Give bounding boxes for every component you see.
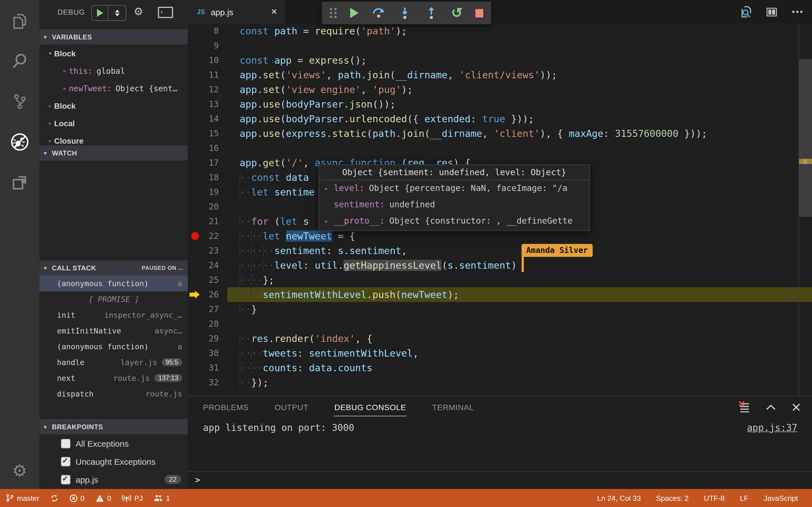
hover-property-row[interactable]: ▹level:Object {percentage: NaN, faceImag… [319, 180, 589, 196]
search-editor-icon[interactable] [739, 5, 753, 18]
settings-gear-icon[interactable]: ⚙ [0, 454, 40, 488]
close-tab-icon[interactable]: × [271, 6, 277, 17]
code-line-27[interactable]: 27··} [188, 302, 812, 317]
status-item-utf-8[interactable]: UTF-8 [704, 494, 725, 502]
variable-row[interactable]: ▹Closure [40, 132, 188, 145]
breakpoint-row[interactable]: Uncaught Exceptions [40, 452, 188, 470]
panel-tab-output[interactable]: OUTPUT [274, 398, 309, 416]
split-editor-icon[interactable] [765, 6, 778, 18]
panel-tab-problems[interactable]: PROBLEMS [202, 398, 249, 416]
code-line-12[interactable]: 12app.set('view engine', 'pug'); [188, 82, 812, 97]
status-item-spaces-2[interactable]: Spaces: 2 [656, 494, 689, 502]
chevron-collapsed-icon[interactable]: ▹ [325, 213, 334, 229]
variable-row[interactable]: ▹Local [40, 114, 188, 132]
play-icon[interactable] [97, 9, 103, 17]
code-line-24[interactable]: 24······level: util.getHappinessLevel(s.… [188, 258, 812, 273]
gripper-icon[interactable] [330, 8, 337, 18]
clear-console-icon[interactable] [738, 400, 751, 413]
code-line-32[interactable]: 32··}); [188, 375, 812, 390]
open-debug-console-icon[interactable]: › [158, 7, 173, 18]
tab-app-js[interactable]: JS app.js × [188, 0, 285, 24]
code-line-31[interactable]: 31····counts: data.counts [188, 360, 812, 375]
hover-property-row[interactable]: sentiment:undefined [319, 196, 589, 213]
status-item-0[interactable]: 0 [95, 494, 111, 502]
code-line-10[interactable]: 10const app = express(); [188, 53, 812, 68]
breakpoint-row[interactable]: All Exceptions [40, 434, 188, 452]
chevron-collapsed-icon[interactable]: ▹ [325, 180, 334, 196]
breakpoint-checkbox[interactable] [61, 474, 70, 484]
call-stack-frame[interactable]: emitInitNativeasync… [40, 323, 188, 339]
call-stack-frame[interactable]: (anonymous function)a [40, 339, 188, 354]
code-line-8[interactable]: 8const path = require('path'); [188, 24, 812, 38]
source-control-icon[interactable] [0, 84, 40, 118]
code-line-9[interactable]: 9 [188, 38, 812, 53]
breakpoint-checkbox[interactable] [61, 439, 70, 448]
variable-row[interactable]: ▾Block [40, 45, 188, 62]
step-into-icon[interactable] [398, 6, 412, 20]
variable-row[interactable]: ▹Block [40, 97, 188, 114]
call-stack-frame[interactable]: dispatchroute.js [40, 386, 188, 402]
configure-gear-icon[interactable]: ⚙ [134, 5, 143, 18]
more-actions-icon[interactable] [791, 5, 804, 18]
code-line-30[interactable]: 30····tweets: sentimentWithLevel, [188, 346, 812, 360]
code-line-29[interactable]: 29··res.render('index', { [188, 331, 812, 346]
chevron-collapsed-icon[interactable]: ▹ [61, 85, 69, 91]
section-breakpoints[interactable]: ▾ BREAKPOINTS [40, 419, 188, 434]
launch-config-dropdown[interactable] [108, 10, 126, 16]
status-item-sync-icon[interactable] [50, 494, 58, 502]
status-item-0[interactable]: 0 [69, 494, 84, 502]
restart-icon[interactable]: ↺ [451, 7, 462, 19]
section-watch[interactable]: ▾ WATCH [40, 145, 188, 161]
chevron-collapsed-icon[interactable]: ▹ [46, 120, 54, 126]
debug-start-button[interactable] [91, 5, 126, 21]
chevron-expanded-icon[interactable]: ▾ [46, 50, 54, 56]
variable-row[interactable]: ▹this:global [40, 62, 188, 79]
breakpoint-checkbox[interactable] [61, 457, 70, 466]
stop-icon[interactable] [475, 9, 483, 17]
code-line-23[interactable]: 23······sentiment: s.sentiment, [188, 243, 812, 258]
breakpoint-row[interactable]: app.js22 [40, 470, 188, 489]
code-line-26[interactable]: 26····sentimentWithLevel.push(newTweet); [188, 287, 812, 302]
code-token: sentimentWithLevel [309, 348, 413, 359]
code-line-11[interactable]: 11app.set('views', path.join(__dirname, … [188, 68, 812, 82]
status-item-master[interactable]: master [6, 494, 39, 503]
code-line-14[interactable]: 14app.use(bodyParser.urlencoded({ extend… [188, 112, 812, 126]
chevron-collapsed-icon[interactable]: ▹ [46, 103, 54, 109]
hover-property-row[interactable]: ▹__proto__:Object {constructor: , __defi… [319, 213, 589, 229]
call-stack-frame[interactable]: nextroute.js137:13 [40, 370, 188, 386]
chevron-collapsed-icon[interactable]: ▹ [61, 68, 69, 74]
call-stack-frame[interactable]: (anonymous function)a [40, 276, 188, 291]
section-variables[interactable]: ▾ VARIABLES [40, 29, 188, 45]
debug-console-input[interactable]: > [188, 471, 812, 489]
status-item-lf[interactable]: LF [740, 494, 748, 502]
scrollbar-slider[interactable] [799, 59, 812, 217]
status-item-1[interactable]: 1 [154, 494, 170, 503]
panel-tab-terminal[interactable]: TERMINAL [432, 398, 474, 416]
call-stack-frame[interactable]: [ PROMISE ] [40, 291, 188, 307]
step-out-icon[interactable] [425, 6, 439, 20]
code-line-15[interactable]: 15app.use(express.static(path.join(__dir… [188, 126, 812, 141]
variable-row[interactable]: ▹newTweet:Object {sent… [40, 79, 188, 97]
section-call-stack[interactable]: ▾ CALL STACK PAUSED ON ... [40, 260, 188, 276]
debug-icon[interactable] [0, 125, 40, 159]
call-stack-frame[interactable]: initinspector_async_… [40, 307, 188, 323]
maximize-panel-icon[interactable] [765, 401, 777, 413]
files-explorer-icon[interactable] [0, 4, 40, 38]
code-line-25[interactable]: 25····}; [188, 273, 812, 287]
code-line-16[interactable]: 16 [188, 141, 812, 156]
code-line-13[interactable]: 13app.use(bodyParser.json()); [188, 97, 812, 112]
panel-tab-debug-console[interactable]: DEBUG CONSOLE [334, 397, 407, 416]
code-editor[interactable]: 8const path = require('path');910const a… [188, 24, 812, 395]
source-location-link[interactable]: app.js:37 [747, 422, 797, 433]
extensions-icon[interactable] [0, 166, 40, 200]
continue-icon[interactable] [350, 8, 359, 18]
status-item-javascript[interactable]: JavaScript [764, 494, 798, 502]
search-icon[interactable] [0, 44, 40, 78]
call-stack-frame[interactable]: handlelayer.js95:5 [40, 354, 188, 370]
status-item-ln-24-col-33[interactable]: Ln 24, Col 33 [597, 494, 641, 502]
step-over-icon[interactable] [371, 6, 386, 20]
close-panel-icon[interactable] [791, 401, 802, 413]
status-item-pj[interactable]: PJ [122, 493, 143, 503]
chevron-collapsed-icon[interactable]: ▹ [46, 137, 54, 144]
code-line-28[interactable]: 28 [188, 317, 812, 331]
